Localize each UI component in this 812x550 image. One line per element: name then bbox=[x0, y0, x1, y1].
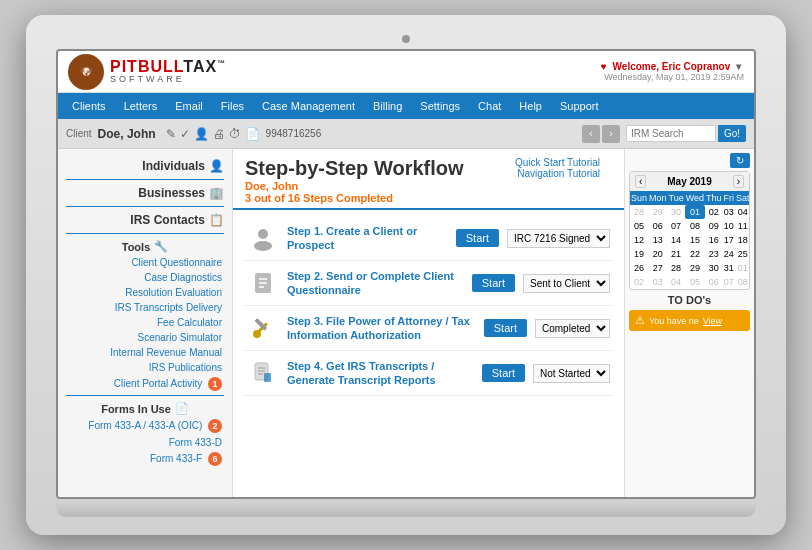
step-2-start-btn[interactable]: Start bbox=[472, 274, 515, 292]
cal-day[interactable]: 25 bbox=[735, 247, 750, 261]
cal-day[interactable]: 13 bbox=[648, 233, 668, 247]
cal-day[interactable]: 05 bbox=[630, 219, 648, 233]
quick-start-tutorial[interactable]: Quick Start Tutorial bbox=[515, 157, 600, 168]
nav-email[interactable]: Email bbox=[167, 97, 211, 115]
cal-day[interactable]: 24 bbox=[723, 247, 736, 261]
person-icon[interactable]: 👤 bbox=[194, 127, 209, 141]
cal-day[interactable]: 18 bbox=[735, 233, 750, 247]
cal-day[interactable]: 23 bbox=[705, 247, 723, 261]
step-4-start-btn[interactable]: Start bbox=[482, 364, 525, 382]
cal-day[interactable]: 30 bbox=[668, 205, 685, 219]
step-1-status: IRC 7216 Signed bbox=[507, 229, 610, 248]
next-client-btn[interactable]: › bbox=[602, 125, 620, 143]
cal-day[interactable]: 02 bbox=[630, 275, 648, 289]
step-3-title[interactable]: Step 3. File Power of Attorney / Tax Inf… bbox=[287, 314, 476, 343]
sidebar-case-diagnostics[interactable]: Case Diagnostics bbox=[58, 270, 232, 285]
nav-support[interactable]: Support bbox=[552, 97, 607, 115]
sidebar-divider-2 bbox=[66, 206, 224, 207]
cal-day[interactable]: 07 bbox=[668, 219, 685, 233]
step-4-status-select[interactable]: Not Started bbox=[533, 364, 610, 383]
clock-icon[interactable]: ⏱ bbox=[229, 127, 241, 141]
cal-day[interactable]: 14 bbox=[668, 233, 685, 247]
sidebar-irs-publications[interactable]: IRS Publications bbox=[58, 360, 232, 375]
cal-day[interactable]: 09 bbox=[705, 219, 723, 233]
sidebar-individuals[interactable]: Individuals 👤 bbox=[58, 155, 232, 177]
cal-day[interactable]: 29 bbox=[685, 261, 705, 275]
sidebar-form-433f[interactable]: Form 433-F 6 bbox=[58, 450, 232, 468]
nav-case-management[interactable]: Case Management bbox=[254, 97, 363, 115]
cal-day[interactable]: 12 bbox=[630, 233, 648, 247]
nav-chat[interactable]: Chat bbox=[470, 97, 509, 115]
notification-view-link[interactable]: View bbox=[703, 316, 722, 326]
cal-day[interactable]: 08 bbox=[685, 219, 705, 233]
cal-day[interactable]: 22 bbox=[685, 247, 705, 261]
nav-help[interactable]: Help bbox=[511, 97, 550, 115]
sidebar-client-portal-activity[interactable]: Client Portal Activity 1 bbox=[58, 375, 232, 393]
refresh-button[interactable]: ↻ bbox=[730, 153, 750, 168]
cal-day[interactable]: 28 bbox=[668, 261, 685, 275]
cal-next-btn[interactable]: › bbox=[733, 175, 744, 188]
irm-go-button[interactable]: Go! bbox=[718, 125, 746, 142]
irm-search-input[interactable] bbox=[626, 125, 716, 142]
step-3-start-btn[interactable]: Start bbox=[484, 319, 527, 337]
sidebar-irs-transcripts-delivery[interactable]: IRS Transcripts Delivery bbox=[58, 300, 232, 315]
cal-prev-btn[interactable]: ‹ bbox=[635, 175, 646, 188]
cal-day[interactable]: 30 bbox=[705, 261, 723, 275]
cal-day[interactable]: 06 bbox=[648, 219, 668, 233]
step-1-title[interactable]: Step 1. Create a Client or Prospect bbox=[287, 224, 448, 253]
cal-day[interactable]: 01 bbox=[685, 205, 705, 219]
cal-day[interactable]: 26 bbox=[630, 261, 648, 275]
edit-icon[interactable]: ✎ bbox=[166, 127, 176, 141]
cal-day[interactable]: 15 bbox=[685, 233, 705, 247]
nav-files[interactable]: Files bbox=[213, 97, 252, 115]
step-1-status-select[interactable]: IRC 7216 Signed bbox=[507, 229, 610, 248]
nav-letters[interactable]: Letters bbox=[116, 97, 166, 115]
print-icon[interactable]: 🖨 bbox=[213, 127, 225, 141]
sidebar-irs-contacts[interactable]: IRS Contacts 📋 bbox=[58, 209, 232, 231]
cal-day[interactable]: 03 bbox=[648, 275, 668, 289]
cal-day[interactable]: 31 bbox=[723, 261, 736, 275]
file-icon[interactable]: 📄 bbox=[245, 127, 260, 141]
cal-day[interactable]: 08 bbox=[735, 275, 750, 289]
client-name-sub: Doe, John bbox=[245, 180, 298, 192]
prev-client-btn[interactable]: ‹ bbox=[582, 125, 600, 143]
sidebar-client-questionnaire[interactable]: Client Questionnaire bbox=[58, 255, 232, 270]
cal-day[interactable]: 01 bbox=[735, 261, 750, 275]
cal-day[interactable]: 07 bbox=[723, 275, 736, 289]
cal-day[interactable]: 03 bbox=[723, 205, 736, 219]
cal-day[interactable]: 19 bbox=[630, 247, 648, 261]
step-2-status-select[interactable]: Sent to Client bbox=[523, 274, 610, 293]
sidebar-form-433d[interactable]: Form 433-D bbox=[58, 435, 232, 450]
nav-settings[interactable]: Settings bbox=[412, 97, 468, 115]
checkmark-icon[interactable]: ✓ bbox=[180, 127, 190, 141]
step-1-start-btn[interactable]: Start bbox=[456, 229, 499, 247]
sidebar-resolution-evaluation[interactable]: Resolution Evaluation bbox=[58, 285, 232, 300]
step-2-title[interactable]: Step 2. Send or Complete Client Question… bbox=[287, 269, 464, 298]
cal-day[interactable]: 10 bbox=[723, 219, 736, 233]
cal-day[interactable]: 29 bbox=[648, 205, 668, 219]
cal-day[interactable]: 04 bbox=[735, 205, 750, 219]
step-3-status-select[interactable]: Completed bbox=[535, 319, 610, 338]
step-4-title[interactable]: Step 4. Get IRS Transcripts / Generate T… bbox=[287, 359, 474, 388]
sidebar-form-433a[interactable]: Form 433-A / 433-A (OIC) 2 bbox=[58, 417, 232, 435]
cal-day[interactable]: 20 bbox=[648, 247, 668, 261]
cal-day[interactable]: 06 bbox=[705, 275, 723, 289]
sidebar-fee-calculator[interactable]: Fee Calculator bbox=[58, 315, 232, 330]
cal-day[interactable]: 11 bbox=[735, 219, 750, 233]
cal-day[interactable]: 17 bbox=[723, 233, 736, 247]
cal-day[interactable]: 21 bbox=[668, 247, 685, 261]
sidebar-businesses[interactable]: Businesses 🏢 bbox=[58, 182, 232, 204]
app-header: 🐶 PITBULLTAX™ SOFTWARE ♥ Welcome, Eric C… bbox=[58, 51, 754, 93]
sidebar-scenario-simulator[interactable]: Scenario Simulator bbox=[58, 330, 232, 345]
cal-day[interactable]: 28 bbox=[630, 205, 648, 219]
sidebar-internal-revenue-manual[interactable]: Internal Revenue Manual bbox=[58, 345, 232, 360]
nav-clients[interactable]: Clients bbox=[64, 97, 114, 115]
logo-text: PITBULLTAX™ SOFTWARE bbox=[110, 58, 226, 85]
cal-day[interactable]: 05 bbox=[685, 275, 705, 289]
cal-day[interactable]: 27 bbox=[648, 261, 668, 275]
nav-billing[interactable]: Billing bbox=[365, 97, 410, 115]
cal-day[interactable]: 02 bbox=[705, 205, 723, 219]
cal-day[interactable]: 04 bbox=[668, 275, 685, 289]
navigation-tutorial[interactable]: Navigation Tutorial bbox=[515, 168, 600, 179]
cal-day[interactable]: 16 bbox=[705, 233, 723, 247]
